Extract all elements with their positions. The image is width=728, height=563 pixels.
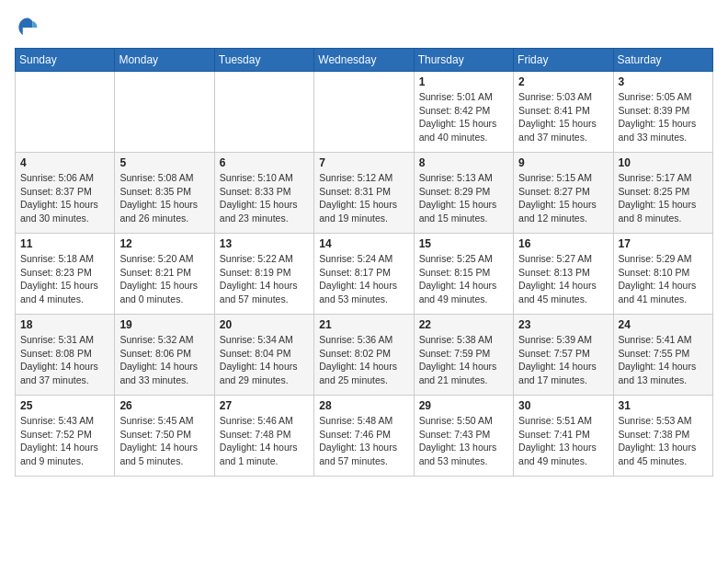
calendar-cell: 1Sunrise: 5:01 AM Sunset: 8:42 PM Daylig… — [414, 72, 513, 153]
calendar-cell: 26Sunrise: 5:45 AM Sunset: 7:50 PM Dayli… — [115, 396, 214, 477]
day-info: Sunrise: 5:32 AM Sunset: 8:06 PM Dayligh… — [119, 333, 209, 387]
calendar-cell: 12Sunrise: 5:20 AM Sunset: 8:21 PM Dayli… — [115, 234, 214, 315]
calendar-cell: 27Sunrise: 5:46 AM Sunset: 7:48 PM Dayli… — [214, 396, 313, 477]
logo-icon — [15, 15, 40, 40]
calendar-cell: 20Sunrise: 5:34 AM Sunset: 8:04 PM Dayli… — [214, 315, 313, 396]
day-number: 24 — [619, 318, 708, 331]
day-info: Sunrise: 5:29 AM Sunset: 8:10 PM Dayligh… — [619, 252, 708, 306]
day-info: Sunrise: 5:18 AM Sunset: 8:23 PM Dayligh… — [20, 252, 109, 306]
day-number: 28 — [319, 399, 408, 412]
calendar-week-row: 25Sunrise: 5:43 AM Sunset: 7:52 PM Dayli… — [16, 396, 713, 477]
day-number: 18 — [20, 318, 109, 331]
day-number: 29 — [419, 399, 508, 412]
calendar-week-row: 18Sunrise: 5:31 AM Sunset: 8:08 PM Dayli… — [16, 315, 713, 396]
calendar-cell: 15Sunrise: 5:25 AM Sunset: 8:15 PM Dayli… — [414, 234, 513, 315]
day-info: Sunrise: 5:39 AM Sunset: 7:57 PM Dayligh… — [518, 333, 608, 387]
page-header — [15, 15, 713, 40]
day-number: 15 — [419, 237, 508, 250]
day-info: Sunrise: 5:51 AM Sunset: 7:41 PM Dayligh… — [518, 414, 608, 468]
calendar-cell: 4Sunrise: 5:06 AM Sunset: 8:37 PM Daylig… — [16, 153, 115, 234]
day-info: Sunrise: 5:01 AM Sunset: 8:42 PM Dayligh… — [419, 90, 508, 144]
day-number: 22 — [419, 318, 508, 331]
day-info: Sunrise: 5:31 AM Sunset: 8:08 PM Dayligh… — [20, 333, 109, 387]
day-number: 31 — [619, 399, 708, 412]
day-info: Sunrise: 5:12 AM Sunset: 8:31 PM Dayligh… — [319, 171, 408, 225]
day-number: 11 — [20, 237, 109, 250]
day-number: 3 — [619, 75, 708, 88]
calendar-cell: 22Sunrise: 5:38 AM Sunset: 7:59 PM Dayli… — [414, 315, 513, 396]
day-info: Sunrise: 5:06 AM Sunset: 8:37 PM Dayligh… — [20, 171, 109, 225]
calendar-cell: 9Sunrise: 5:15 AM Sunset: 8:27 PM Daylig… — [514, 153, 613, 234]
calendar-cell: 31Sunrise: 5:53 AM Sunset: 7:38 PM Dayli… — [613, 396, 712, 477]
day-info: Sunrise: 5:38 AM Sunset: 7:59 PM Dayligh… — [419, 333, 508, 387]
calendar-cell: 2Sunrise: 5:03 AM Sunset: 8:41 PM Daylig… — [514, 72, 613, 153]
day-info: Sunrise: 5:27 AM Sunset: 8:13 PM Dayligh… — [518, 252, 608, 306]
day-number: 10 — [619, 156, 708, 169]
day-info: Sunrise: 5:34 AM Sunset: 8:04 PM Dayligh… — [220, 333, 309, 387]
day-info: Sunrise: 5:03 AM Sunset: 8:41 PM Dayligh… — [518, 90, 608, 144]
calendar-table: SundayMondayTuesdayWednesdayThursdayFrid… — [15, 48, 713, 477]
calendar-cell: 29Sunrise: 5:50 AM Sunset: 7:43 PM Dayli… — [414, 396, 513, 477]
calendar-week-row: 1Sunrise: 5:01 AM Sunset: 8:42 PM Daylig… — [16, 72, 713, 153]
day-number: 4 — [20, 156, 109, 169]
calendar-cell: 19Sunrise: 5:32 AM Sunset: 8:06 PM Dayli… — [115, 315, 214, 396]
calendar-day-header: Friday — [514, 49, 613, 72]
day-number: 26 — [119, 399, 209, 412]
calendar-cell: 10Sunrise: 5:17 AM Sunset: 8:25 PM Dayli… — [613, 153, 712, 234]
day-number: 25 — [20, 399, 109, 412]
day-number: 9 — [518, 156, 608, 169]
day-info: Sunrise: 5:08 AM Sunset: 8:35 PM Dayligh… — [119, 171, 209, 225]
calendar-cell: 13Sunrise: 5:22 AM Sunset: 8:19 PM Dayli… — [214, 234, 313, 315]
day-info: Sunrise: 5:13 AM Sunset: 8:29 PM Dayligh… — [419, 171, 508, 225]
calendar-cell: 16Sunrise: 5:27 AM Sunset: 8:13 PM Dayli… — [514, 234, 613, 315]
day-info: Sunrise: 5:10 AM Sunset: 8:33 PM Dayligh… — [220, 171, 309, 225]
calendar-cell: 24Sunrise: 5:41 AM Sunset: 7:55 PM Dayli… — [613, 315, 712, 396]
calendar-cell: 6Sunrise: 5:10 AM Sunset: 8:33 PM Daylig… — [214, 153, 313, 234]
day-number: 6 — [220, 156, 309, 169]
calendar-week-row: 4Sunrise: 5:06 AM Sunset: 8:37 PM Daylig… — [16, 153, 713, 234]
day-number: 16 — [518, 237, 608, 250]
day-info: Sunrise: 5:24 AM Sunset: 8:17 PM Dayligh… — [319, 252, 408, 306]
calendar-cell: 14Sunrise: 5:24 AM Sunset: 8:17 PM Dayli… — [314, 234, 414, 315]
calendar-cell: 28Sunrise: 5:48 AM Sunset: 7:46 PM Dayli… — [314, 396, 414, 477]
day-number: 5 — [119, 156, 209, 169]
calendar-cell: 5Sunrise: 5:08 AM Sunset: 8:35 PM Daylig… — [115, 153, 214, 234]
day-number: 17 — [619, 237, 708, 250]
calendar-cell: 8Sunrise: 5:13 AM Sunset: 8:29 PM Daylig… — [414, 153, 513, 234]
calendar-day-header: Sunday — [16, 49, 115, 72]
day-number: 7 — [319, 156, 408, 169]
calendar-day-header: Thursday — [414, 49, 513, 72]
calendar-cell — [115, 72, 214, 153]
day-info: Sunrise: 5:41 AM Sunset: 7:55 PM Dayligh… — [619, 333, 708, 387]
day-number: 30 — [518, 399, 608, 412]
day-number: 8 — [419, 156, 508, 169]
day-number: 1 — [419, 75, 508, 88]
calendar-cell — [214, 72, 313, 153]
calendar-cell: 18Sunrise: 5:31 AM Sunset: 8:08 PM Dayli… — [16, 315, 115, 396]
day-info: Sunrise: 5:36 AM Sunset: 8:02 PM Dayligh… — [319, 333, 408, 387]
logo — [15, 15, 44, 40]
day-number: 12 — [119, 237, 209, 250]
day-info: Sunrise: 5:53 AM Sunset: 7:38 PM Dayligh… — [619, 414, 708, 468]
day-number: 23 — [518, 318, 608, 331]
calendar-cell: 17Sunrise: 5:29 AM Sunset: 8:10 PM Dayli… — [613, 234, 712, 315]
day-number: 2 — [518, 75, 608, 88]
calendar-cell: 23Sunrise: 5:39 AM Sunset: 7:57 PM Dayli… — [514, 315, 613, 396]
calendar-day-header: Saturday — [613, 49, 712, 72]
calendar-cell: 25Sunrise: 5:43 AM Sunset: 7:52 PM Dayli… — [16, 396, 115, 477]
calendar-week-row: 11Sunrise: 5:18 AM Sunset: 8:23 PM Dayli… — [16, 234, 713, 315]
day-info: Sunrise: 5:05 AM Sunset: 8:39 PM Dayligh… — [619, 90, 708, 144]
day-info: Sunrise: 5:25 AM Sunset: 8:15 PM Dayligh… — [419, 252, 508, 306]
day-info: Sunrise: 5:17 AM Sunset: 8:25 PM Dayligh… — [619, 171, 708, 225]
day-number: 19 — [119, 318, 209, 331]
calendar-cell: 11Sunrise: 5:18 AM Sunset: 8:23 PM Dayli… — [16, 234, 115, 315]
day-info: Sunrise: 5:48 AM Sunset: 7:46 PM Dayligh… — [319, 414, 408, 468]
calendar-cell: 7Sunrise: 5:12 AM Sunset: 8:31 PM Daylig… — [314, 153, 414, 234]
day-number: 14 — [319, 237, 408, 250]
day-info: Sunrise: 5:22 AM Sunset: 8:19 PM Dayligh… — [220, 252, 309, 306]
day-info: Sunrise: 5:50 AM Sunset: 7:43 PM Dayligh… — [419, 414, 508, 468]
day-info: Sunrise: 5:20 AM Sunset: 8:21 PM Dayligh… — [119, 252, 209, 306]
day-info: Sunrise: 5:46 AM Sunset: 7:48 PM Dayligh… — [220, 414, 309, 468]
day-number: 21 — [319, 318, 408, 331]
calendar-day-header: Tuesday — [214, 49, 313, 72]
